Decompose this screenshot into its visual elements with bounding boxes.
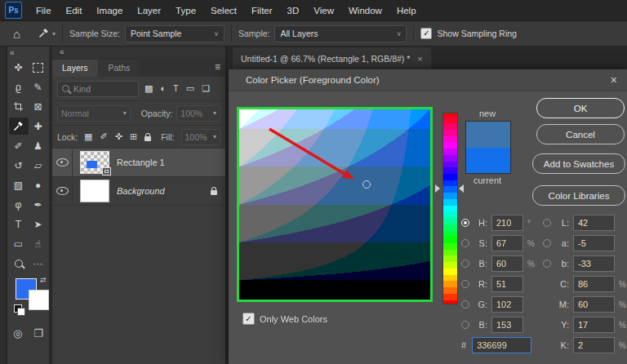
menu-layer[interactable]: Layer — [130, 6, 168, 16]
show-sampling-ring-checkbox[interactable]: ✓ — [420, 28, 432, 39]
default-colors-icon[interactable] — [14, 304, 22, 313]
color-libraries-button[interactable]: Color Libraries — [532, 185, 625, 206]
background-color-swatch[interactable] — [29, 290, 49, 310]
a-radio[interactable] — [543, 239, 551, 247]
b-input[interactable]: 60 — [491, 255, 523, 272]
quick-selection-tool[interactable]: ✎ — [29, 78, 48, 95]
lock-position-icon[interactable]: ✜ — [115, 131, 122, 142]
toolbar-more[interactable]: ··· — [29, 255, 48, 272]
tab-layers[interactable]: Layers — [52, 60, 98, 77]
only-web-colors-checkbox[interactable]: ✓ — [242, 313, 255, 325]
g-input[interactable]: 102 — [491, 296, 523, 313]
eyedropper-tool[interactable] — [9, 118, 29, 135]
layer-row-background[interactable]: Background — [52, 177, 225, 206]
lab-b-input[interactable]: -33 — [573, 255, 615, 272]
clone-stamp-tool[interactable]: ♟ — [29, 137, 48, 154]
current-tool-indicator[interactable]: ▾ — [38, 28, 56, 40]
y-input[interactable]: 17 — [573, 317, 615, 333]
r-radio[interactable] — [461, 280, 469, 288]
k-input[interactable]: 2 — [573, 337, 615, 353]
lock-artboard-icon[interactable]: ⊞ — [130, 131, 137, 142]
r-input[interactable]: 51 — [491, 276, 523, 292]
type-layer-filter-icon[interactable]: T — [173, 83, 179, 94]
lock-all-icon[interactable] — [145, 136, 151, 141]
layer-thumbnail[interactable] — [80, 180, 109, 202]
brush-tool[interactable]: ✐ — [9, 137, 29, 154]
history-brush-tool[interactable]: ↺ — [9, 157, 29, 174]
collapse-panel-icon[interactable]: « — [52, 47, 225, 58]
opacity-select[interactable]: 100% ▾ — [176, 105, 220, 122]
l-radio[interactable] — [543, 219, 551, 227]
lock-paint-icon[interactable]: ✐ — [100, 131, 108, 142]
menu-file[interactable]: File — [29, 6, 59, 16]
ok-button[interactable]: OK — [536, 98, 625, 118]
document-tab[interactable]: Untitled-1 @ 66.7% (Rectangle 1, RGB/8#)… — [233, 47, 431, 69]
color-field[interactable] — [239, 109, 430, 300]
a-input[interactable]: -5 — [573, 235, 615, 251]
sample-select[interactable]: All Layers ∨ — [274, 25, 407, 42]
crop-tool[interactable] — [9, 98, 29, 115]
s-input[interactable]: 67 — [491, 235, 523, 251]
layer-name[interactable]: Rectangle 1 — [117, 158, 165, 167]
swap-colors-icon[interactable]: ⇄ — [40, 276, 47, 284]
menu-select[interactable]: Select — [203, 6, 244, 16]
lock-transparency-icon[interactable]: ▦ — [84, 131, 92, 142]
menu-image[interactable]: Image — [89, 6, 130, 16]
menu-help[interactable]: Help — [389, 6, 424, 16]
layer-thumbnail[interactable] — [80, 151, 109, 174]
layer-name[interactable]: Background — [117, 186, 165, 196]
pen-tool[interactable]: ✒ — [29, 196, 48, 213]
b2-input[interactable]: 153 — [491, 317, 523, 333]
frame-tool[interactable]: ⊠ — [29, 98, 48, 115]
layer-search-input[interactable]: Kind — [57, 81, 139, 97]
visibility-toggle[interactable] — [52, 177, 73, 205]
hex-input[interactable]: 336699 — [472, 337, 531, 353]
healing-brush-tool[interactable]: ✚ — [29, 118, 48, 135]
quick-mask-icon[interactable]: ◎ — [13, 327, 22, 340]
menu-type[interactable]: Type — [168, 6, 203, 16]
dialog-title-bar[interactable]: Color Picker (Foreground Color) × — [229, 69, 627, 91]
home-icon[interactable]: ⌂ — [13, 27, 20, 41]
visibility-toggle[interactable] — [52, 149, 73, 176]
c-input[interactable]: 86 — [573, 276, 615, 292]
menu-filter[interactable]: Filter — [244, 6, 280, 16]
gradient-tool[interactable]: ▧ — [9, 176, 29, 193]
collapse-tools-icon[interactable]: « — [7, 47, 49, 59]
photoshop-logo-icon[interactable]: Ps — [5, 2, 22, 19]
adjustment-layer-filter-icon[interactable]: ◐ — [160, 83, 166, 94]
add-to-swatches-button[interactable]: Add to Swatches — [532, 153, 625, 174]
lasso-tool[interactable]: ϱ — [9, 78, 29, 95]
sample-size-select[interactable]: Point Sample ∨ — [125, 25, 225, 42]
rectangle-tool[interactable]: ▭ — [9, 235, 29, 252]
h-radio[interactable] — [461, 219, 469, 227]
hue-slider[interactable] — [442, 113, 458, 304]
color-field-marker[interactable] — [362, 180, 371, 189]
hand-tool[interactable]: ☝ — [29, 235, 48, 252]
cancel-button[interactable]: Cancel — [536, 124, 625, 144]
lab-b-radio[interactable] — [543, 260, 551, 268]
menu-view[interactable]: View — [306, 6, 341, 16]
dodge-tool[interactable]: φ — [9, 196, 29, 213]
pixel-layer-filter-icon[interactable]: ▩ — [145, 83, 153, 94]
menu-3d[interactable]: 3D — [280, 6, 307, 16]
m-input[interactable]: 60 — [573, 296, 615, 313]
shape-layer-filter-icon[interactable]: ▭ — [186, 83, 194, 94]
screen-mode-icon[interactable]: ❐ — [33, 327, 43, 340]
menu-edit[interactable]: Edit — [59, 6, 90, 16]
blend-mode-select[interactable]: Normal ▾ — [57, 105, 131, 122]
h-input[interactable]: 210 — [491, 215, 523, 231]
smart-object-filter-icon[interactable]: ❏ — [202, 83, 210, 94]
layer-row-rectangle-1[interactable]: Rectangle 1 — [52, 149, 225, 177]
close-dialog-icon[interactable]: × — [611, 73, 617, 87]
path-selection-tool[interactable]: ➤ — [29, 215, 48, 233]
blur-tool[interactable]: ● — [29, 176, 48, 193]
l-input[interactable]: 42 — [573, 215, 615, 231]
fill-select[interactable]: 100% ▾ — [181, 129, 220, 145]
g-radio[interactable] — [461, 300, 469, 309]
move-tool[interactable]: ✜ — [9, 59, 29, 76]
b-radio[interactable] — [461, 260, 469, 268]
type-tool[interactable]: T — [9, 215, 29, 233]
panel-menu-icon[interactable]: ≡ — [215, 61, 220, 73]
tab-paths[interactable]: Paths — [99, 60, 140, 77]
s-radio[interactable] — [461, 239, 469, 247]
